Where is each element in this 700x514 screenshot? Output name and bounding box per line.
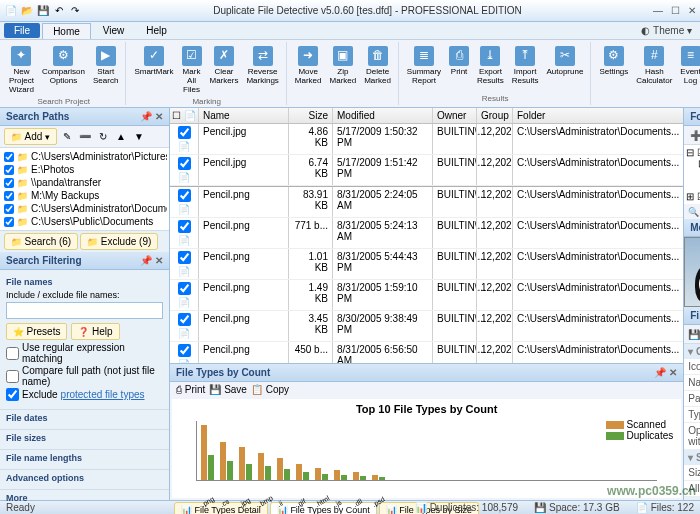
quick-access-toolbar: 📄 📂 💾 ↶ ↷ <box>4 4 82 18</box>
include-exclude-label: Include / exclude file names: <box>6 290 163 300</box>
ribbon-zip-marked[interactable]: ▣Zip Marked <box>327 44 360 88</box>
ribbon-event-log[interactable]: ≡Event Log <box>677 44 700 88</box>
col-owner[interactable]: Owner <box>432 108 476 123</box>
search-paths-title: Search Paths <box>6 111 69 122</box>
chart-legend: Scanned Duplicates <box>606 419 674 441</box>
remove-path-icon[interactable]: ➖ <box>77 130 93 144</box>
filter-section-file-sizes[interactable]: File sizes <box>0 429 169 446</box>
path-tabs: 📁 Search (6) 📁 Exclude (9) <box>0 230 169 252</box>
pin-icon[interactable]: 📌 ✕ <box>654 367 677 378</box>
col-folder[interactable]: Folder <box>512 108 683 123</box>
path-item[interactable]: 📁 \\panda\transfer <box>2 176 167 189</box>
ribbon-autoprune[interactable]: ✂Autoprune <box>543 44 586 79</box>
exclude-protected-checkbox[interactable]: Exclude protected file types <box>6 388 163 401</box>
pin-icon[interactable]: 📌 ✕ <box>140 255 163 266</box>
search-paths-header: Search Paths 📌 ✕ <box>0 108 169 126</box>
table-row[interactable]: 📄Pencil.png450 b...8/31/2005 6:56:50 AMB… <box>170 342 683 363</box>
table-row[interactable]: 📄Pencil.png771 b...8/31/2005 5:24:13 AMB… <box>170 218 683 249</box>
tab-home[interactable]: Home <box>42 23 91 39</box>
ribbon-new-project-wizard[interactable]: ✦New Project Wizard <box>6 44 37 96</box>
add-path-button[interactable]: 📁 Add ▾ <box>4 128 57 145</box>
presets-button[interactable]: ⭐ Presets <box>6 323 67 340</box>
protected-types-link[interactable]: protected file types <box>61 389 145 400</box>
qat-undo-icon[interactable]: ↶ <box>52 4 66 18</box>
left-panel: Search Paths 📌 ✕ 📁 Add ▾ ✎ ➖ ↻ ▲ ▼ 📁 C:\… <box>0 108 170 500</box>
move-up-icon[interactable]: ▲ <box>113 130 129 144</box>
filename-filter-input[interactable] <box>6 302 163 319</box>
legend-duplicates: Duplicates <box>627 430 674 441</box>
table-row[interactable]: 📄Pencil.png3.45 KB8/30/2005 9:38:49 PMBU… <box>170 311 683 342</box>
path-item[interactable]: 📁 C:\Users\Administrator\Documents <box>2 202 167 215</box>
table-row[interactable]: 📄Pencil.png1.01 KB8/31/2005 5:44:43 PMBU… <box>170 249 683 280</box>
close-icon[interactable]: ✕ <box>688 5 696 16</box>
search-paths-list: 📁 C:\Users\Administrator\Pictures\dupes … <box>0 148 169 230</box>
path-item[interactable]: 📁 E:\Photos <box>2 163 167 176</box>
col-modified[interactable]: Modified <box>332 108 432 123</box>
props-save-button[interactable]: 💾 Save <box>688 329 700 340</box>
filter-section-advanced-options[interactable]: Advanced options <box>0 469 169 486</box>
move-down-icon[interactable]: ▼ <box>131 130 147 144</box>
ribbon-delete-marked[interactable]: 🗑Delete Marked <box>361 44 394 88</box>
use-regex-checkbox[interactable]: Use regular expression matching <box>6 342 163 364</box>
filter-section-file-dates[interactable]: File dates <box>0 409 169 426</box>
maximize-icon[interactable]: ☐ <box>671 5 680 16</box>
table-row[interactable]: 📄Pencil.png83.91 KB8/31/2005 2:24:05 AMB… <box>170 186 683 218</box>
folder-tree[interactable]: ⊟ ☑ 💿 C: ⊟ ☑ 📁 Users ⊞ ☑ 📁 Administrator… <box>684 145 700 204</box>
col-name[interactable]: Name <box>198 108 288 123</box>
qat-new-icon[interactable]: 📄 <box>4 4 18 18</box>
file-props-title: File Properties <box>690 310 700 321</box>
folder-view-title: Folder View <box>690 111 700 122</box>
media-preview-image <box>684 237 700 307</box>
ribbon-smartmark[interactable]: ✓SmartMark <box>131 44 176 79</box>
path-item[interactable]: 📁 C:\Users\Administrator\Pictures\dupes <box>2 150 167 163</box>
col-checkbox[interactable]: ☐ 📄 <box>170 108 198 123</box>
ribbon-print[interactable]: ⎙Print <box>446 44 472 79</box>
ribbon-settings[interactable]: ⚙Settings <box>596 44 631 79</box>
tab-file[interactable]: File <box>4 23 40 38</box>
table-row[interactable]: 📄Pencil.jpg4.86 KB5/17/2009 1:50:32 PMBU… <box>170 124 683 155</box>
chart-panel-title: File Types by Count <box>176 367 270 378</box>
minimize-icon[interactable]: — <box>653 5 663 16</box>
file-props-header: File Properties 📌 ✕ <box>684 307 700 325</box>
ribbon-export-results[interactable]: ⤓Export Results <box>474 44 507 88</box>
pin-icon[interactable]: 📌 ✕ <box>140 111 163 122</box>
ribbon-move-marked[interactable]: ➜Move Marked <box>292 44 325 88</box>
fv-expand-icon[interactable]: ➕ <box>688 128 700 142</box>
chart-save-button[interactable]: 💾 Save <box>209 384 247 395</box>
qat-save-icon[interactable]: 💾 <box>36 4 50 18</box>
help-button[interactable]: ❓ Help <box>71 323 119 340</box>
theme-dropdown[interactable]: ◐ Theme ▾ <box>641 25 696 36</box>
results-grid[interactable]: 📄Pencil.jpg4.86 KB5/17/2009 1:50:32 PMBU… <box>170 124 683 363</box>
path-item[interactable]: 📁 C:\Users\Public\Documents <box>2 215 167 228</box>
ribbon-mark-all-files[interactable]: ☑Mark All Files <box>179 44 205 96</box>
tab-exclude-paths[interactable]: 📁 Exclude (9) <box>80 233 158 250</box>
ribbon-reverse-markings[interactable]: ⇄Reverse Markings <box>243 44 281 88</box>
table-row[interactable]: 📄Pencil.jpg6.74 KB5/17/2009 1:51:42 PMBU… <box>170 155 683 186</box>
qat-redo-icon[interactable]: ↷ <box>68 4 82 18</box>
table-row[interactable]: 📄Pencil.png1.49 KB8/31/2005 1:59:10 PMBU… <box>170 280 683 311</box>
refresh-path-icon[interactable]: ↻ <box>95 130 111 144</box>
path-item[interactable]: 📁 M:\My Backups <box>2 189 167 202</box>
qat-open-icon[interactable]: 📂 <box>20 4 34 18</box>
tab-search-paths[interactable]: 📁 Search (6) <box>4 233 78 250</box>
ribbon-clear-markers[interactable]: ✗Clear Markers <box>207 44 242 88</box>
col-group[interactable]: Group <box>476 108 512 123</box>
tab-help[interactable]: Help <box>136 23 177 38</box>
ribbon-comparison-options[interactable]: ⚙Comparison Options <box>39 44 88 88</box>
ribbon-import-results[interactable]: ⤒Import Results <box>509 44 542 88</box>
ribbon-start-search[interactable]: ▶Start Search <box>90 44 121 88</box>
col-size[interactable]: Size <box>288 108 332 123</box>
filter-filenames-label[interactable]: File names <box>6 277 163 287</box>
chart-copy-button[interactable]: 📋 Copy <box>251 384 289 395</box>
tab-view[interactable]: View <box>93 23 135 38</box>
chart-print-button[interactable]: ⎙ Print <box>176 384 205 395</box>
ribbon-summary-report[interactable]: ≣Summary Report <box>404 44 444 88</box>
media-preview-title: Media Preview <box>690 222 700 233</box>
edit-path-icon[interactable]: ✎ <box>59 130 75 144</box>
compare-full-checkbox[interactable]: Compare full path (not just file name) <box>6 365 163 387</box>
chart-area: Top 10 File Types by Count Scanned Dupli… <box>172 399 681 498</box>
center-panel: ☐ 📄 Name Size Modified Owner Group Folde… <box>170 108 683 500</box>
status-ready: Ready <box>6 502 35 513</box>
ribbon-hash-calculator[interactable]: #Hash Calculator <box>633 44 675 88</box>
filter-section-file-name-lengths[interactable]: File name lengths <box>0 449 169 466</box>
